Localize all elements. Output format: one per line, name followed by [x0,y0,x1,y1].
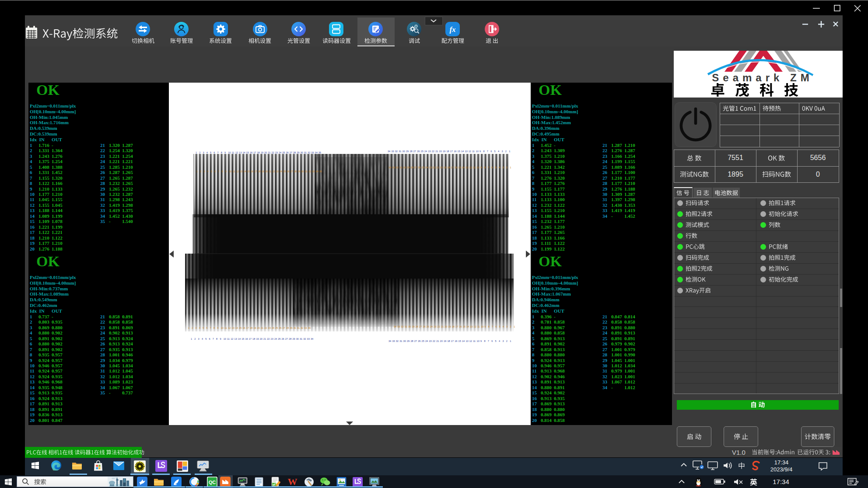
svg-text:3: 3 [501,150,503,153]
svg-text:2: 2 [505,150,507,153]
svg-text:14: 14 [462,166,465,169]
svg-text:32: 32 [303,338,306,340]
svg-text:18: 18 [252,338,255,340]
svg-text:11: 11 [233,170,235,173]
svg-text:5: 5 [205,338,206,340]
svg-text:1: 1 [191,338,192,340]
svg-text:19: 19 [443,150,445,153]
svg-text:4: 4 [499,166,500,169]
svg-text:15: 15 [458,150,460,153]
svg-text:1: 1 [196,151,197,154]
svg-text:21: 21 [261,327,263,329]
svg-text:22: 22 [432,150,434,153]
svg-text:10: 10 [477,340,480,342]
svg-text:34: 34 [388,166,391,169]
svg-text:14: 14 [238,338,241,340]
svg-text:6: 6 [209,338,210,340]
svg-text:Seamark ZM: Seamark ZM [712,72,813,84]
svg-text:6: 6 [214,170,216,173]
svg-text:32: 32 [308,151,310,154]
svg-text:31: 31 [399,340,402,342]
svg-text:25: 25 [282,151,285,154]
svg-text:28: 28 [294,170,297,173]
svg-text:25: 25 [422,340,424,342]
svg-text:34: 34 [394,325,396,328]
svg-text:27: 27 [414,340,417,342]
svg-text:5: 5 [211,170,212,173]
svg-text:22: 22 [267,338,270,340]
svg-text:26: 26 [282,338,284,340]
svg-text:1: 1 [188,327,189,329]
svg-text:4: 4 [206,151,208,154]
svg-text:24: 24 [280,170,282,173]
svg-text:8: 8 [214,327,215,329]
svg-text:19: 19 [262,170,264,173]
svg-text:13: 13 [466,340,468,342]
svg-text:22: 22 [264,327,267,329]
svg-text:17: 17 [451,340,454,342]
svg-text:30: 30 [301,170,304,173]
svg-text:1: 1 [510,166,511,169]
svg-text:28: 28 [286,327,289,329]
svg-text:6: 6 [491,166,493,169]
svg-text:31: 31 [300,338,302,340]
svg-text:32: 32 [401,325,404,328]
svg-text:1: 1 [509,150,510,153]
svg-text:23: 23 [428,150,430,153]
svg-text:17: 17 [246,327,249,329]
svg-text:8: 8 [221,151,222,154]
svg-text:2: 2 [199,151,200,154]
svg-text:33: 33 [392,166,395,169]
svg-text:17: 17 [249,338,252,340]
svg-text:15: 15 [247,170,250,173]
svg-text:32: 32 [396,340,399,342]
svg-text:11: 11 [472,150,475,153]
svg-text:2: 2 [194,338,196,340]
svg-text:33: 33 [392,340,395,342]
svg-text:27: 27 [283,327,285,329]
svg-text:23: 23 [434,325,436,328]
svg-text:17: 17 [253,151,256,154]
svg-text:32: 32 [301,327,303,329]
svg-text:30: 30 [402,150,405,153]
svg-text:10: 10 [229,170,231,173]
svg-text:4: 4 [499,340,500,342]
svg-text:23: 23 [271,338,273,340]
svg-text:25: 25 [275,327,278,329]
svg-text:23: 23 [268,327,271,329]
svg-text:16: 16 [454,150,456,153]
svg-text:26: 26 [418,166,420,169]
svg-text:23: 23 [429,166,431,169]
svg-text:25: 25 [427,325,429,328]
svg-text:33: 33 [311,151,314,154]
svg-text:10: 10 [221,327,224,329]
svg-text:20: 20 [265,170,268,173]
svg-text:14: 14 [235,327,238,329]
svg-text:24: 24 [424,150,427,153]
svg-text:22: 22 [433,340,435,342]
svg-text:35: 35 [318,151,321,154]
svg-text:28: 28 [416,325,418,328]
svg-text:12: 12 [474,325,476,328]
svg-text:25: 25 [278,338,280,340]
svg-text:23: 23 [276,170,279,173]
svg-text:22: 22 [438,325,440,328]
svg-text:20: 20 [444,325,447,328]
svg-text:fx: fx [449,25,456,34]
svg-text:22: 22 [272,151,274,154]
svg-text:14: 14 [461,150,464,153]
svg-text:15: 15 [246,151,249,154]
svg-text:17: 17 [451,166,454,169]
svg-text:11: 11 [477,325,480,328]
svg-text:19: 19 [444,166,446,169]
svg-text:12: 12 [469,166,472,169]
svg-text:6: 6 [495,325,497,328]
svg-text:19: 19 [261,151,263,154]
svg-text:9: 9 [224,151,226,154]
svg-text:12: 12 [231,338,233,340]
svg-text:13: 13 [240,170,242,173]
svg-text:33: 33 [304,327,307,329]
svg-text:20: 20 [440,166,443,169]
svg-text:5: 5 [210,151,211,154]
svg-text:W: W [288,477,298,487]
